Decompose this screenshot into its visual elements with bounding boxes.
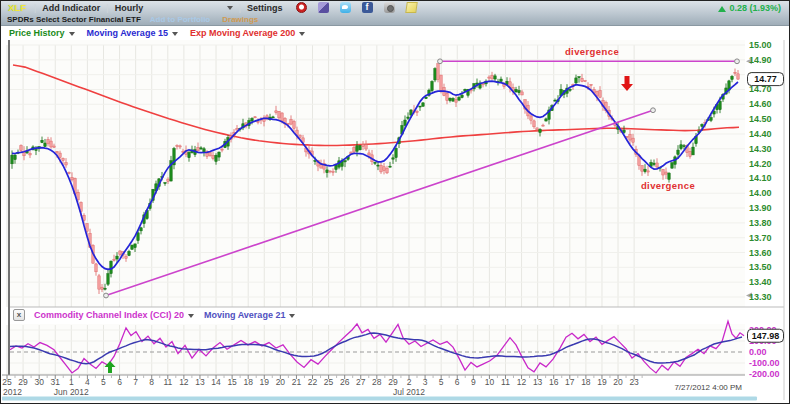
plot-background <box>10 40 745 375</box>
divergence-label: divergence <box>565 46 619 57</box>
date-label: 8 <box>149 377 154 387</box>
date-label: 30 <box>34 377 44 387</box>
charting-app-window: { "toolbar": { "symbol": "XLF", "add_ind… <box>0 0 790 404</box>
price-history-label: Price History <box>9 28 65 38</box>
price-axis-label: 14.60 <box>749 99 772 109</box>
date-label: 25 <box>2 377 12 387</box>
chart-area: divergencedivergence15.0014.9014.8014.70… <box>0 40 790 404</box>
svg-text:147.98: 147.98 <box>752 331 780 341</box>
sticky-note-icon[interactable] <box>405 2 418 13</box>
chevron-down-icon <box>188 314 194 321</box>
date-label: 13 <box>533 377 543 387</box>
chevron-down-icon <box>172 32 178 39</box>
month-label: 2012 <box>3 387 22 397</box>
date-label: 4 <box>85 377 90 387</box>
month-label: Jun 2012 <box>54 387 89 397</box>
cci-label: Commodity Channel Index (CCI) 20 <box>34 310 184 320</box>
alerts-clock-icon[interactable] <box>296 2 307 13</box>
close-icon[interactable]: x <box>13 309 25 321</box>
ema200-dropdown[interactable]: Exp Moving Average 200 <box>190 28 295 38</box>
price-history-dropdown[interactable]: Price History <box>9 28 65 38</box>
price-axis-label: 14.10 <box>749 173 772 183</box>
chevron-down-icon <box>227 6 233 13</box>
divergence-label: divergence <box>641 180 695 191</box>
change-percent: (1.93%) <box>749 3 781 13</box>
toolbar: XLF | Add Indicator | Hourly | Settings … <box>0 0 790 26</box>
cci-axis-label: 0.00 <box>749 347 767 357</box>
price-axis-label: 14.50 <box>749 114 772 124</box>
date-label: 27 <box>356 377 366 387</box>
twitter-icon[interactable] <box>340 2 351 13</box>
red-down-arrow-icon <box>625 76 630 84</box>
date-label: 6 <box>117 377 122 387</box>
price-axis-label: 13.40 <box>749 277 772 287</box>
price-axis-label: 14.20 <box>749 159 772 169</box>
date-label: 20 <box>613 377 623 387</box>
ma15-label: Moving Average 15 <box>87 28 168 38</box>
cube-icon[interactable] <box>318 2 329 13</box>
chevron-down-icon <box>289 314 295 321</box>
facebook-icon[interactable] <box>362 2 373 13</box>
date-label: 19 <box>260 377 270 387</box>
date-label: 22 <box>308 377 318 387</box>
timeframe-label: Hourly <box>115 3 144 13</box>
price-axis-label: 14.40 <box>749 129 772 139</box>
price-axis-label: 14.30 <box>749 144 772 154</box>
cci-dropdown[interactable]: Commodity Channel Index (CCI) 20 <box>34 310 184 320</box>
main-chart-canvas[interactable]: divergencedivergence15.0014.9014.8014.70… <box>0 40 790 404</box>
date-label: 17 <box>565 377 575 387</box>
date-label: 12 <box>517 377 527 387</box>
cci-axis-label: -200.00 <box>749 369 780 379</box>
date-label: 25 <box>324 377 334 387</box>
date-label: 29 <box>388 377 398 387</box>
date-label: 5 <box>101 377 106 387</box>
date-label: 10 <box>485 377 495 387</box>
drawings-menu[interactable]: Drawings <box>222 15 258 24</box>
date-label: 11 <box>163 377 172 387</box>
date-label: 28 <box>372 377 382 387</box>
date-label: 6 <box>455 377 460 387</box>
camera-icon[interactable] <box>384 2 395 13</box>
separator: | <box>239 3 241 13</box>
cci-ma-dropdown[interactable]: Moving Average 21 <box>204 310 285 320</box>
date-axis: 2529303114567811121314151819202122252627… <box>2 375 745 397</box>
add-to-portfolio-link[interactable]: Add to Portfolio <box>150 15 210 24</box>
price-axis: 15.0014.9014.8014.7014.6014.5014.4014.30… <box>748 40 784 379</box>
price-axis-label: 13.80 <box>749 218 772 228</box>
toolbar-row-1: XLF | Add Indicator | Hourly | Settings … <box>5 1 785 14</box>
date-label: 13 <box>195 377 205 387</box>
date-label: 21 <box>292 377 302 387</box>
ma15-dropdown[interactable]: Moving Average 15 <box>87 28 168 38</box>
date-label: 7 <box>133 377 138 387</box>
price-axis-label: 13.30 <box>749 292 772 302</box>
date-label: 16 <box>549 377 559 387</box>
date-label: 12 <box>179 377 189 387</box>
add-indicator-button[interactable]: Add Indicator <box>42 3 100 13</box>
chevron-down-icon <box>69 32 75 39</box>
price-axis-label: 13.90 <box>749 203 772 213</box>
price-axis-label: 13.60 <box>749 248 772 258</box>
date-label: 29 <box>18 377 28 387</box>
date-label: 18 <box>243 377 253 387</box>
timeframe-dropdown[interactable]: Hourly <box>115 3 233 13</box>
symbol-label: XLF <box>8 2 26 13</box>
cci-ma-label: Moving Average 21 <box>204 310 285 320</box>
date-label: 20 <box>276 377 286 387</box>
date-label: 5 <box>439 377 444 387</box>
date-label: 1 <box>69 377 74 387</box>
separator: | <box>106 3 108 13</box>
cci-axis-label: -100.00 <box>749 358 780 368</box>
price-change-indicator: 0.28 (1.93%) <box>718 3 781 13</box>
date-label: 23 <box>629 377 639 387</box>
settings-button[interactable]: Settings <box>247 3 283 13</box>
date-label: 14 <box>211 377 221 387</box>
indicator-bar: Price History Moving Average 15 Exp Movi… <box>0 26 790 40</box>
h-scrollbar[interactable] <box>2 397 757 401</box>
change-value: 0.28 <box>729 3 747 13</box>
separator: | <box>34 3 36 13</box>
instrument-name: SPDRs Select Sector Financial ETF <box>7 15 141 24</box>
date-label: 2 <box>407 377 412 387</box>
svg-text:14.77: 14.77 <box>754 74 777 84</box>
chevron-down-icon <box>299 32 305 39</box>
date-label: 15 <box>227 377 237 387</box>
